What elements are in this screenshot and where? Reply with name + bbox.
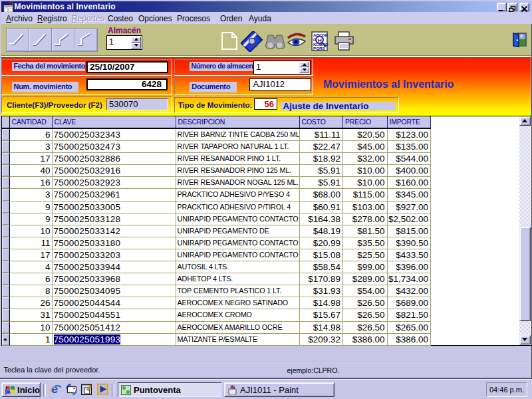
svg-text:PQRS: PQRS: [313, 46, 325, 51]
svg-text:H: H: [318, 37, 323, 44]
svg-text:e: e: [51, 383, 58, 396]
